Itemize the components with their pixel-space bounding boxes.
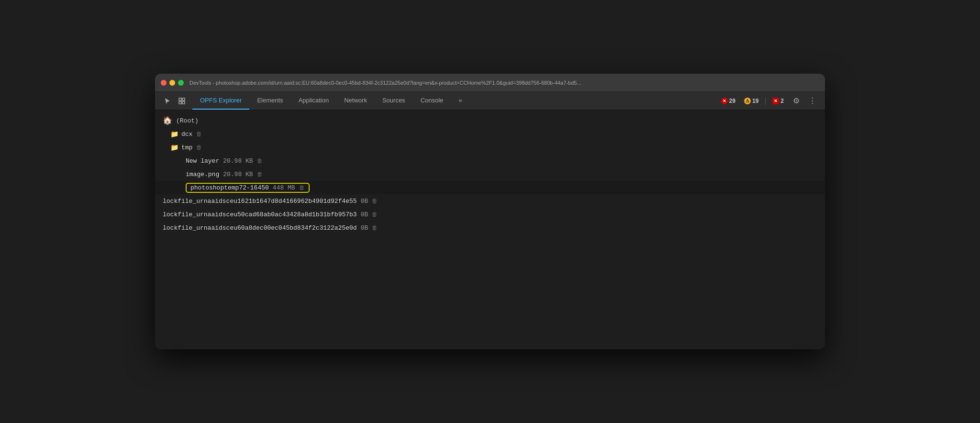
lockfile2-row-content: lockfile_urnaaidsceu50cad68ab0ac43428a8d… [163,211,378,218]
tmp-folder-name: tmp [181,144,192,151]
list-item[interactable]: lockfile_urnaaidsceu1621b1647d8d4166962b… [155,194,825,208]
tmp-row-content: 📁 tmp 🗑 [170,144,202,152]
list-item[interactable]: 📁 dcx 🗑 [155,127,825,141]
lockfile3-size: 0B [361,224,368,232]
list-item[interactable]: lockfile_urnaaidsceu60a8dec00ec045bd834f… [155,221,825,234]
error2-badge[interactable]: ✕ 2 [769,97,787,105]
lockfile2-size: 0B [361,211,368,218]
error2-count: 2 [780,98,784,104]
cursor-icon-btn[interactable] [161,94,174,108]
svg-rect-0 [179,98,181,100]
list-item[interactable]: 📁 tmp 🗑 [155,141,825,154]
error2-icon: ✕ [772,98,779,104]
settings-button[interactable]: ⚙ [790,94,803,108]
tab-console[interactable]: Console [413,92,451,110]
file-tree: 🏠 (Root) 📁 dcx 🗑 📁 tmp 🗑 [155,114,825,234]
inspect-icon-btn[interactable] [175,94,189,108]
photoshop-temp-trash-icon[interactable]: 🗑 [299,184,305,191]
more-button[interactable]: ⋮ [806,94,819,108]
list-item[interactable]: image.png 20.98 KB 🗑 [155,167,825,181]
toolbar-tabs: OPFS Explorer Elements Application Netwo… [192,92,718,110]
title-bar: DevTools - photoshop.adobe.com/id/urn:aa… [155,74,825,92]
content-area: 🏠 (Root) 📁 dcx 🗑 📁 tmp 🗑 [155,110,825,349]
new-layer-row-content: New layer 20.98 KB 🗑 [186,157,263,165]
image-png-trash-icon[interactable]: 🗑 [257,171,263,178]
dcx-folder-name: dcx [181,131,192,138]
tree-root[interactable]: 🏠 (Root) [155,114,825,127]
minimize-button[interactable] [169,80,175,86]
badge-divider [765,97,766,105]
tab-network[interactable]: Network [336,92,375,110]
tab-opfs-explorer[interactable]: OPFS Explorer [192,92,249,110]
warning-count: 19 [752,98,758,104]
warning-badge[interactable]: ⚠ 19 [741,97,761,105]
root-label: (Root) [176,117,199,124]
root-icon: 🏠 [163,116,172,125]
window-title: DevTools - photoshop.adobe.com/id/urn:aa… [189,80,819,86]
lockfile1-trash-icon[interactable]: 🗑 [372,198,378,205]
toolbar-right: ✕ 29 ⚠ 19 ✕ 2 ⚙ ⋮ [718,94,823,108]
image-png-name: image.png [186,171,219,178]
warning-icon: ⚠ [744,98,751,104]
maximize-button[interactable] [178,80,184,86]
image-png-row-content: image.png 20.98 KB 🗑 [186,171,263,178]
root-row-content: 🏠 (Root) [163,116,199,125]
new-layer-name: New layer [186,157,219,165]
photoshop-temp-name: photoshoptemp72-16450 [190,184,269,191]
svg-rect-3 [182,101,185,104]
list-item[interactable]: New layer 20.98 KB 🗑 [155,154,825,167]
tab-more[interactable]: » [451,92,469,110]
image-png-size: 20.98 KB [223,171,253,178]
lockfile2-trash-icon[interactable]: 🗑 [372,211,378,218]
dcx-trash-icon[interactable]: 🗑 [196,131,202,138]
new-layer-trash-icon[interactable]: 🗑 [257,157,263,165]
lockfile3-row-content: lockfile_urnaaidsceu60a8dec00ec045bd834f… [163,224,378,232]
dcx-row-content: 📁 dcx 🗑 [170,130,202,138]
lockfile1-size: 0B [361,198,368,205]
photoshop-temp-size: 448 MB [273,184,295,191]
lockfile2-name: lockfile_urnaaidsceu50cad68ab0ac43428a8d… [163,211,357,218]
tab-sources[interactable]: Sources [375,92,413,110]
folder-icon: 📁 [170,130,178,138]
lockfile1-name: lockfile_urnaaidsceu1621b1647d8d4166962b… [163,198,357,205]
list-item[interactable]: lockfile_urnaaidsceu50cad68ab0ac43428a8d… [155,208,825,221]
lockfile1-row-content: lockfile_urnaaidsceu1621b1647d8d4166962b… [163,198,378,205]
devtools-toolbar: OPFS Explorer Elements Application Netwo… [155,92,825,110]
svg-rect-1 [182,98,185,100]
error-count: 29 [729,98,735,104]
tab-elements[interactable]: Elements [249,92,290,110]
error-badge[interactable]: ✕ 29 [718,97,738,105]
photoshop-temp-row-content: photoshoptemp72-16450 448 MB 🗑 [186,183,310,193]
folder-icon: 📁 [170,144,178,152]
svg-rect-2 [179,101,181,104]
new-layer-size: 20.98 KB [223,157,253,165]
error-icon: ✕ [721,98,728,104]
tab-application[interactable]: Application [291,92,337,110]
tmp-trash-icon[interactable]: 🗑 [196,144,202,151]
list-item[interactable]: photoshoptemp72-16450 448 MB 🗑 [155,181,825,194]
devtools-window: DevTools - photoshop.adobe.com/id/urn:aa… [155,74,825,349]
toolbar-icon-group [157,94,192,108]
close-button[interactable] [161,80,167,86]
traffic-lights [161,80,184,86]
lockfile3-trash-icon[interactable]: 🗑 [372,224,378,232]
lockfile3-name: lockfile_urnaaidsceu60a8dec00ec045bd834f… [163,224,357,232]
